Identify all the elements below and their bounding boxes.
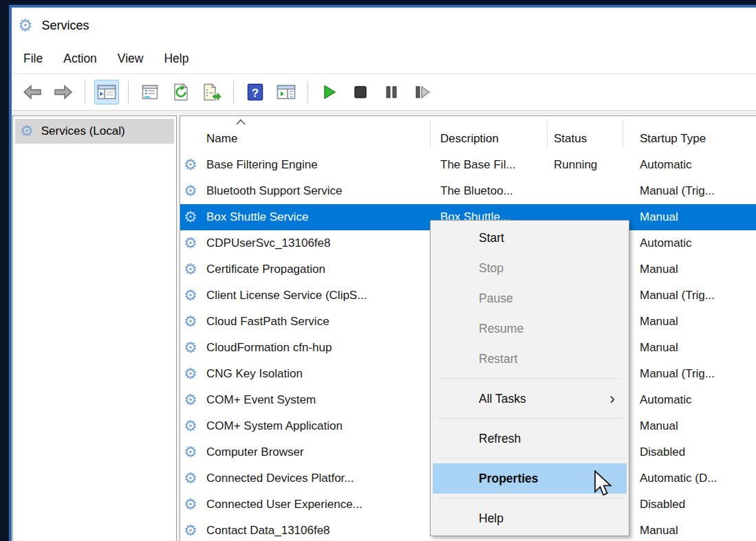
cell-startup-type: Automatic [640,387,692,413]
cell-startup-type: Automatic (D... [640,465,717,492]
gear-icon: ⚙ [184,471,197,486]
column-header-startup-type[interactable]: Startup Type [640,132,706,146]
properties-dialog-icon[interactable] [138,80,162,104]
refresh-icon[interactable] [169,80,193,104]
cell-name: Contact Data_13106fe8 [206,518,330,541]
mouse-cursor [592,470,615,498]
cell-name: Certificate Propagation [206,256,325,283]
desktop: ⚙ Services FileActionViewHelp ? ⚙ Servic… [0,0,756,541]
cell-name: Connected User Experience... [206,492,363,518]
cell-startup-type: Disabled [640,439,685,465]
gear-icon: ⚙ [184,523,197,538]
export-list-icon[interactable] [199,80,224,104]
cell-startup-type: Manual [640,309,678,335]
console-tree-panel: ⚙ Services (Local) [12,115,177,541]
menu-action[interactable]: Action [53,47,107,70]
toolbar: ? [12,74,756,111]
gear-icon: ⚙ [184,184,197,199]
svg-text:?: ? [252,87,259,100]
menu-item-help[interactable]: Help [431,503,629,533]
cell-startup-type: Manual (Trig... [640,178,715,204]
cell-name: Cloud FastPath Service [206,309,330,335]
toolbar-separator [128,81,129,103]
column-divider[interactable] [623,120,623,148]
menu-view[interactable]: View [107,47,154,70]
menu-item-refresh[interactable]: Refresh [431,423,629,454]
list-header: NameDescriptionStatusStartup Type [180,116,756,152]
gear-icon: ⚙ [184,366,197,382]
show-console-tree-icon[interactable] [94,80,119,104]
cell-name: Client License Service (ClipS... [206,283,367,309]
service-row[interactable]: ⚙Bluetooth Support ServiceThe Bluetoo...… [180,178,756,204]
cell-description: The Base Fil... [440,152,516,178]
cell-name: Bluetooth Support Service [206,178,343,204]
gear-icon: ⚙ [184,497,197,512]
toolbar-separator [85,81,85,103]
restart-service-icon[interactable] [410,80,435,104]
help-icon[interactable]: ? [243,80,268,104]
toolbar-separator [307,81,308,103]
cell-name: Base Filtering Engine [206,152,318,178]
menu-separator [438,498,622,498]
menu-file[interactable]: File [13,47,53,70]
menu-item-resume: Resume [431,313,629,344]
cell-name: CloudFormation cfn-hup [206,335,332,361]
menu-item-pause: Pause [431,283,629,313]
gear-icon: ⚙ [184,157,197,173]
window-title: Services [42,19,89,33]
cell-startup-type: Disabled [640,492,685,518]
cell-name: Box Shuttle Service [206,204,308,230]
menu-item-stop: Stop [431,253,629,283]
cell-name: CDPUserSvc_13106fe8 [206,230,330,256]
gear-icon: ⚙ [20,124,34,139]
submenu-arrow-icon: › [609,384,615,414]
title-bar: ⚙ Services [12,8,756,43]
gear-icon: ⚙ [184,236,197,251]
services-window: ⚙ Services FileActionViewHelp ? ⚙ Servic… [9,5,756,541]
show-action-pane-icon[interactable] [274,80,299,104]
gear-icon: ⚙ [184,419,197,434]
services-app-icon: ⚙ [18,17,33,34]
cell-name: COM+ Event System [206,387,316,413]
column-header-description[interactable]: Description [440,132,499,146]
column-divider[interactable] [547,120,548,148]
gear-icon: ⚙ [184,445,197,460]
sort-ascending-icon [235,119,246,125]
cell-startup-type: Manual (Trig... [640,361,715,387]
cell-description: The Bluetoo... [440,178,513,204]
back-icon[interactable] [20,80,45,104]
column-header-name[interactable]: Name [206,132,237,146]
tree-item-services-local[interactable]: ⚙ Services (Local) [15,119,174,144]
cell-startup-type: Automatic [640,152,692,178]
menu-separator [438,378,622,379]
column-divider[interactable] [430,120,431,148]
workspace: ⚙ Services (Local) NameDescriptionStatus… [12,111,756,541]
tree-item-label: Services (Local) [41,124,125,138]
pause-service-icon[interactable] [379,80,404,104]
menu-item-restart: Restart [431,344,629,374]
cell-name: CNG Key Isolation [206,361,303,387]
menu-bar: FileActionViewHelp [12,43,756,74]
cell-startup-type: Manual [640,204,678,230]
cell-startup-type: Automatic [640,230,692,256]
gear-icon: ⚙ [184,314,197,329]
cell-startup-type: Manual (Trig... [640,283,715,309]
cell-name: Computer Browser [206,439,304,465]
menu-separator [438,418,622,419]
cell-startup-type: Manual [640,335,678,361]
gear-icon: ⚙ [184,393,197,408]
cell-startup-type: Manual [640,413,678,439]
start-service-icon[interactable] [317,80,342,104]
cell-startup-type: Manual [640,518,678,541]
column-header-status[interactable]: Status [554,132,587,146]
menu-item-start[interactable]: Start [431,223,629,253]
cell-startup-type: Manual [640,256,678,283]
forward-icon[interactable] [51,80,76,104]
toolbar-separator [233,81,234,103]
menu-item-all-tasks[interactable]: All Tasks› [431,384,629,414]
menu-help[interactable]: Help [153,47,199,70]
cell-status: Running [554,152,597,178]
gear-icon: ⚙ [184,288,197,303]
service-row[interactable]: ⚙Base Filtering EngineThe Base Fil...Run… [180,152,756,178]
stop-service-icon[interactable] [348,80,373,104]
